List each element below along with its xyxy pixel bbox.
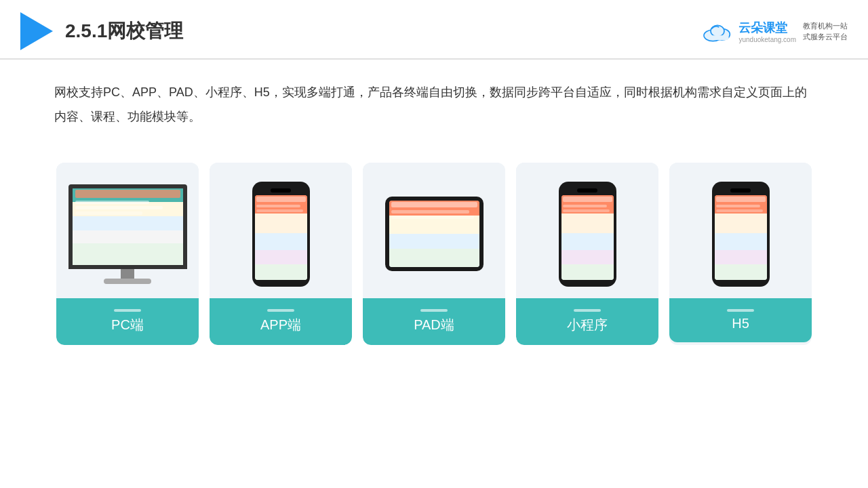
card-pc-label: PC端 xyxy=(56,298,199,345)
brand-url: yunduoketang.com xyxy=(738,36,796,43)
miniprogram-image-area xyxy=(516,163,658,298)
phone-body xyxy=(252,182,310,287)
h5-image-area xyxy=(669,163,812,298)
card-pc: PC端 xyxy=(56,163,199,345)
header-left: 2.5.1网校管理 xyxy=(20,12,183,50)
label-bar xyxy=(727,309,754,312)
card-miniprogram-label: 小程序 xyxy=(516,298,658,345)
svg-rect-3 xyxy=(709,35,729,40)
brand-slogan: 教育机构一站 式服务云平台 xyxy=(803,20,848,43)
pad-image-area xyxy=(363,163,505,298)
miniprogram-device xyxy=(559,182,616,287)
phone-notch-mini xyxy=(577,188,597,192)
label-bar xyxy=(574,309,601,312)
card-pad: PAD端 xyxy=(363,163,505,345)
phone-body-mini xyxy=(559,182,616,287)
monitor-screen xyxy=(68,184,187,269)
cards-container: PC端 APP端 xyxy=(0,142,868,365)
monitor-neck xyxy=(121,269,134,279)
monitor-base xyxy=(104,279,151,284)
label-bar xyxy=(267,309,294,312)
phone-notch xyxy=(271,188,291,192)
pc-image-area xyxy=(56,163,199,298)
card-h5-label: H5 xyxy=(669,298,812,342)
label-bar xyxy=(420,309,448,312)
tablet-screen xyxy=(389,201,479,267)
card-miniprogram: 小程序 xyxy=(516,163,658,345)
brand-text: 云朵课堂 yunduoketang.com xyxy=(738,20,796,43)
header: 2.5.1网校管理 云朵课堂 yunduoketang.com 教育机构一站 式… xyxy=(0,0,868,60)
page-title: 2.5.1网校管理 xyxy=(65,18,183,44)
phone-notch-h5 xyxy=(730,188,751,192)
pad-device xyxy=(385,197,484,271)
phone-body-h5 xyxy=(712,182,770,287)
app-device xyxy=(252,182,310,287)
description: 网校支持PC、APP、PAD、小程序、H5，实现多端打通，产品各终端自由切换，数… xyxy=(0,60,868,136)
brand-name: 云朵课堂 xyxy=(738,20,787,36)
h5-device xyxy=(712,182,770,287)
phone-screen xyxy=(255,195,307,280)
label-bar xyxy=(114,309,141,312)
pc-device xyxy=(66,184,189,284)
brand-logo: 云朵课堂 yunduoketang.com 教育机构一站 式服务云平台 xyxy=(701,20,848,43)
header-right: 云朵课堂 yunduoketang.com 教育机构一站 式服务云平台 xyxy=(701,20,848,43)
tablet-body xyxy=(385,197,484,271)
app-image-area xyxy=(210,163,352,298)
card-app-label: APP端 xyxy=(210,298,352,345)
phone-screen-h5 xyxy=(715,195,767,280)
description-text: 网校支持PC、APP、PAD、小程序、H5，实现多端打通，产品各终端自由切换，数… xyxy=(54,80,814,129)
cloud-icon xyxy=(701,20,734,43)
card-pad-label: PAD端 xyxy=(363,298,505,345)
card-h5: H5 xyxy=(669,163,812,345)
card-app: APP端 xyxy=(210,163,352,345)
logo-triangle-icon xyxy=(20,12,53,50)
phone-screen-mini xyxy=(561,195,614,280)
